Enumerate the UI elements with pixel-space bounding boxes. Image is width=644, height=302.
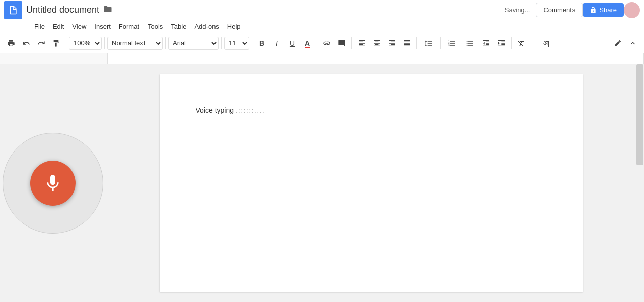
comments-button[interactable]: Comments [536, 3, 583, 17]
scrollbar[interactable] [636, 64, 644, 302]
collapse-toolbar-button[interactable] [626, 36, 640, 50]
font-size-select[interactable]: 8 9 10 11 12 14 18 24 36 [224, 37, 249, 50]
voice-circle [3, 133, 103, 234]
folder-icon[interactable] [103, 5, 112, 16]
divider11 [531, 37, 531, 49]
menu-view[interactable]: View [68, 21, 90, 32]
divider1 [66, 37, 66, 49]
increase-indent-button[interactable] [494, 36, 509, 50]
menu-edit[interactable]: Edit [49, 21, 68, 32]
voice-panel [0, 64, 106, 302]
menu-addons[interactable]: Add-ons [190, 21, 223, 32]
main-content: Voice typing .::::::.... [0, 64, 644, 302]
justify-button[interactable] [400, 36, 414, 50]
clear-formatting-button[interactable] [514, 36, 528, 50]
menu-insert[interactable]: Insert [90, 21, 115, 32]
align-right-button[interactable] [385, 36, 399, 50]
voice-cursor: .::::::.... [236, 106, 265, 116]
voice-text: Voice typing [196, 106, 236, 114]
scrollbar-thumb[interactable] [636, 64, 643, 165]
menu-bar: File Edit View Insert Format Tools Table… [0, 20, 644, 33]
paint-format-button[interactable] [49, 36, 63, 50]
menu-tools[interactable]: Tools [144, 21, 167, 32]
zoom-select[interactable]: 100% 75% 50% 125% 150% [69, 37, 102, 50]
divider10 [511, 37, 512, 49]
unordered-list-button[interactable] [461, 36, 478, 50]
menu-table[interactable]: Table [167, 21, 190, 32]
divider3 [165, 37, 166, 49]
mic-button[interactable] [30, 161, 76, 206]
user-avatar[interactable] [624, 2, 640, 18]
divider6 [317, 37, 317, 49]
saving-status: Saving... [505, 6, 530, 14]
menu-file[interactable]: File [30, 21, 49, 32]
divider8 [416, 37, 417, 49]
input-tools-button[interactable]: अ| [534, 36, 559, 50]
text-color-button[interactable]: A [300, 36, 314, 50]
font-select[interactable]: Arial Times New Roman Courier New [168, 37, 219, 50]
print-button[interactable] [4, 36, 18, 50]
toolbar: 100% 75% 50% 125% 150% Normal text Headi… [0, 33, 644, 53]
doc-title[interactable]: Untitled document [26, 5, 99, 15]
ordered-list-button[interactable] [443, 36, 460, 50]
comment-button[interactable] [335, 36, 349, 50]
doc-content[interactable]: Voice typing .::::::.... [196, 105, 546, 116]
style-select[interactable]: Normal text Heading 1 Heading 2 Heading … [107, 37, 163, 50]
divider2 [104, 37, 105, 49]
align-left-button[interactable] [354, 36, 369, 50]
divider7 [351, 37, 352, 49]
italic-button[interactable]: I [270, 36, 284, 50]
doc-area[interactable]: Voice typing .::::::.... [106, 64, 636, 302]
redo-button[interactable] [34, 36, 48, 50]
divider9 [440, 37, 441, 49]
decrease-indent-button[interactable] [479, 36, 493, 50]
share-label: Share [599, 6, 617, 14]
menu-help[interactable]: Help [223, 21, 245, 32]
pen-button[interactable] [611, 36, 625, 50]
ruler [0, 53, 644, 64]
underline-button[interactable]: U [285, 36, 299, 50]
align-center-button[interactable] [370, 36, 384, 50]
menu-format[interactable]: Format [115, 21, 144, 32]
top-bar: Untitled document Saving... Comments Sha… [0, 0, 644, 20]
link-button[interactable] [320, 36, 334, 50]
undo-button[interactable] [19, 36, 33, 50]
line-spacing-button[interactable] [419, 36, 438, 50]
ruler-inner [107, 53, 644, 64]
app-icon [4, 1, 22, 19]
share-button[interactable]: Share [583, 3, 624, 17]
divider5 [252, 37, 252, 49]
bold-button[interactable]: B [255, 36, 269, 50]
doc-page: Voice typing .::::::.... [160, 74, 583, 292]
divider4 [221, 37, 222, 49]
